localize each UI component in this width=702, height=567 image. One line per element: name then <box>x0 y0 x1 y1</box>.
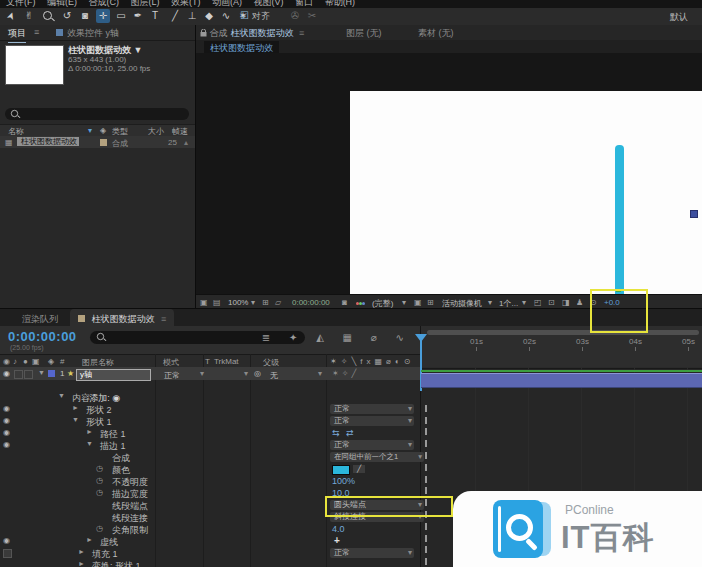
reverse-path-icons[interactable]: ⇆ ⇄ <box>332 428 356 438</box>
group-blend-select[interactable]: 正常▾ <box>330 416 414 426</box>
twirl-icon[interactable]: ► <box>86 428 93 435</box>
property-row-shape1[interactable]: ◉ ▼ 形状 1 正常▾ <box>0 415 420 427</box>
blend-mode-select[interactable]: 正常▾ <box>160 369 206 379</box>
roto-brush-tool-icon[interactable]: ∿ <box>219 9 233 23</box>
stopwatch-icon[interactable]: ◷ <box>96 488 103 497</box>
workspace-selector[interactable]: 默认 <box>670 11 688 24</box>
twirl-icon[interactable]: ► <box>86 536 93 543</box>
work-area-bar[interactable] <box>427 330 699 335</box>
time-ruler[interactable]: 01s 02s 03s 04s 05s <box>420 326 702 367</box>
comp-name[interactable]: 柱状图数据动效 ▼ <box>68 46 150 55</box>
type-tool-icon[interactable]: T <box>148 9 162 23</box>
property-row-opacity[interactable]: ◷ 不透明度 100% <box>0 475 420 487</box>
tag-icon[interactable]: ◈ <box>100 126 106 135</box>
menu-layer[interactable]: 图层(L) <box>131 0 160 8</box>
trkmat-column[interactable]: TrkMat <box>214 357 239 366</box>
fill-toggle[interactable] <box>3 549 12 558</box>
project-search-input[interactable] <box>5 108 189 120</box>
eye-toggle[interactable]: ◉ <box>3 404 10 413</box>
shape-tool-icon[interactable]: ▭ <box>114 9 128 23</box>
property-row-stroke1[interactable]: ◉ ▼ 描边 1 正常▾ <box>0 439 420 451</box>
stroke-blend-select[interactable]: 正常▾ <box>330 440 414 450</box>
sort-icon[interactable]: ▾ <box>88 126 92 135</box>
opacity-value[interactable]: 100% <box>332 476 355 486</box>
clone-stamp-tool-icon[interactable]: ⊥ <box>185 9 199 23</box>
project-item-row[interactable]: ▦ 柱状图数据动效 合成 25 ▴ <box>0 136 195 148</box>
eyedropper-icon[interactable]: ╱ <box>353 465 365 473</box>
transparency-grid-icon[interactable]: ⊞ <box>427 298 434 307</box>
trkmat-select[interactable]: ▾ <box>208 369 250 379</box>
property-row-shape2[interactable]: ◉ ► 形状 2 正常▾ <box>0 403 420 415</box>
align-toggle[interactable]: ☑对齐 <box>240 10 270 23</box>
timeline-buttons[interactable]: ≣ ✦ ◭ ▦ ⌀ ∿ <box>262 332 412 343</box>
twirl-icon[interactable]: ► <box>72 404 79 411</box>
property-row-color[interactable]: ◷ 颜色 ╱ <box>0 463 420 475</box>
roi-icon[interactable]: ▣ <box>414 298 422 307</box>
rotate-tool-icon[interactable]: ↺ <box>60 9 74 23</box>
stroke-color-swatch[interactable] <box>332 465 350 475</box>
grid-icon[interactable]: ⊞ <box>262 298 269 307</box>
solo-toggle[interactable] <box>14 370 23 379</box>
menu-window[interactable]: 窗口 <box>295 0 313 8</box>
twirl-icon[interactable]: ▼ <box>38 369 45 376</box>
fill-blend-select[interactable]: 正常▾ <box>330 548 414 558</box>
eye-toggle[interactable]: ◉ <box>3 428 10 437</box>
menu-help[interactable]: 帮助(H) <box>325 0 356 8</box>
property-label[interactable]: 变换: 形状 1 <box>92 560 141 567</box>
tab-footage[interactable]: 素材 (无) <box>418 27 454 40</box>
property-row-composite[interactable]: 合成 在同组中前一个之1▾ <box>0 451 420 463</box>
menu-file[interactable]: 文件(F) <box>6 0 36 8</box>
twirl-icon[interactable]: ► <box>78 548 85 555</box>
mask-visibility-icon[interactable]: ▤ <box>213 298 221 307</box>
menu-view[interactable]: 视图(V) <box>254 0 284 8</box>
hand-tool-icon[interactable]: ✌ <box>22 9 36 23</box>
chevron-down-icon[interactable]: ▾ <box>251 298 255 307</box>
pixel-aspect-icon[interactable]: ◰ <box>534 298 542 307</box>
tab-layer[interactable]: 图层 (无) <box>346 27 382 40</box>
label-color-chip[interactable] <box>100 139 107 146</box>
property-row-miter-limit[interactable]: ◷ 尖角限制 4.0 <box>0 523 420 535</box>
panel-menu-icon[interactable]: ≡ <box>161 314 166 324</box>
fast-preview-icon[interactable]: ⊡ <box>548 298 555 307</box>
brush-tool-icon[interactable]: ╱ <box>168 9 182 23</box>
composite-select[interactable]: 在同组中前一个之1▾ <box>330 452 424 462</box>
selection-tool-icon[interactable]: ➤ <box>4 9 18 23</box>
layer-switches[interactable]: ✶✧╱ <box>332 369 359 378</box>
chevron-down-icon[interactable]: ▾ <box>488 298 492 307</box>
camera-tool-icon[interactable]: ◙ <box>78 9 92 23</box>
pan-behind-anchor-tool-icon[interactable]: ✛ <box>96 9 110 23</box>
eye-toggle[interactable]: ◉ <box>3 416 10 425</box>
current-timecode[interactable]: 0:00:00:00 <box>8 329 77 344</box>
group-blend-select[interactable]: 正常▾ <box>330 404 414 414</box>
twirl-icon[interactable]: ► <box>78 560 85 567</box>
layer-color-chip[interactable] <box>48 370 55 377</box>
property-row-contents[interactable]: ▼ 内容 添加: ◉ <box>0 391 420 403</box>
miter-limit-value[interactable]: 4.0 <box>332 524 345 534</box>
menu-animation[interactable]: 动画(A) <box>212 0 242 8</box>
eye-toggle[interactable]: ◉ <box>3 440 10 449</box>
item-name-edit[interactable]: 柱状图数据动效 <box>17 137 79 146</box>
menu-edit[interactable]: 编辑(E) <box>47 0 77 8</box>
property-row-dashes[interactable]: ◉ ► 虚线 + <box>0 535 420 547</box>
blue-dot-shape[interactable] <box>690 210 698 218</box>
tab-effect-controls[interactable]: 效果控件 y轴 <box>56 27 119 40</box>
eye-toggle[interactable]: ◉ <box>3 536 10 545</box>
channels-icon[interactable] <box>356 298 365 307</box>
property-row-line-cap[interactable]: 线段端点 圆头端点▾ <box>0 499 420 511</box>
property-row-transform-shape1[interactable]: ► 变换: 形状 1 <box>0 559 420 567</box>
magnification-select[interactable]: 100% <box>228 298 248 307</box>
chevron-down-icon[interactable]: ▾ <box>402 298 406 307</box>
layer-duration-bar[interactable] <box>421 373 702 388</box>
preview-timecode[interactable]: 0:00:00:00 <box>292 298 330 307</box>
tab-project[interactable]: 项目 <box>8 27 26 43</box>
pickwhip-icon[interactable]: ◎ <box>254 369 261 378</box>
layer-row[interactable]: ◉ ▼ 1 ★ y轴 正常▾ ▾ ◎ 无▾ ✶✧╱ <box>0 367 420 380</box>
layer-name-edit[interactable]: y轴 <box>76 369 151 381</box>
mask-tool-icon[interactable]: ✇ <box>288 9 302 23</box>
twirl-icon[interactable]: ▼ <box>72 416 79 423</box>
eraser-tool-icon[interactable]: ◆ <box>202 9 216 23</box>
stopwatch-icon[interactable]: ◷ <box>96 464 103 473</box>
parent-select[interactable]: 无▾ <box>266 369 324 379</box>
grid-options-icon[interactable]: ▣ <box>200 298 208 307</box>
chevron-down-icon[interactable]: ▾ <box>522 298 526 307</box>
